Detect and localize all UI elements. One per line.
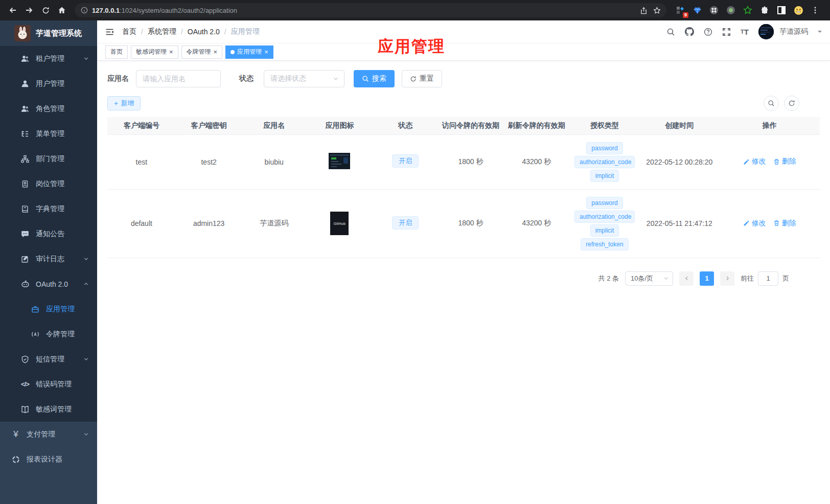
github-icon[interactable] (685, 27, 694, 36)
tab-close-icon[interactable]: × (264, 49, 268, 55)
header-search-icon[interactable] (666, 28, 675, 36)
sidebar-item-sensitive-word[interactable]: 敏感词管理 (0, 397, 97, 422)
add-button[interactable]: + 新增 (107, 96, 141, 110)
tab-label: 令牌管理 (187, 48, 211, 56)
browser-home-button[interactable] (54, 3, 70, 18)
dark-mode-extension-icon[interactable] (776, 5, 787, 16)
tab-close-icon[interactable]: × (169, 49, 173, 55)
status-tag[interactable]: 开启 (392, 154, 419, 168)
reset-button[interactable]: 重置 (402, 70, 442, 87)
sidebar-item-pay[interactable]: ¥ 支付管理 (0, 422, 97, 447)
sidebar-item-oauth-application[interactable]: 应用管理 (0, 296, 97, 322)
browser-reload-button[interactable] (38, 3, 53, 18)
robot-icon (20, 280, 30, 288)
sidebar-item-role[interactable]: 角色管理 (0, 96, 97, 121)
cell-grant-types: password authorization_code implicit (570, 134, 640, 189)
logo[interactable]: 芋道管理系统 (0, 20, 97, 46)
user-avatar[interactable] (758, 24, 774, 39)
page-number-button[interactable]: 1 (700, 271, 714, 286)
app-icon-thumbnail (329, 153, 350, 169)
sidebar-item-label: 报表设计器 (27, 455, 62, 464)
delete-button[interactable]: 删除 (773, 157, 796, 166)
search-icon (362, 75, 369, 82)
sidebar-fold-icon[interactable] (105, 28, 114, 36)
toggle-search-button[interactable] (764, 96, 779, 111)
app-name-input[interactable] (136, 70, 221, 87)
font-size-icon[interactable]: TT (741, 28, 749, 36)
gem-extension-icon[interactable] (691, 5, 703, 16)
chevron-down-icon (663, 276, 669, 281)
grant-type-tag: implicit (590, 170, 619, 182)
tab-sensitive-word[interactable]: 敏感词管理 × (131, 45, 178, 59)
tab-home[interactable]: 首页 (105, 45, 128, 59)
sidebar-menu: 租户管理 用户管理 角色管理 菜单管理 部门管理 岗位管理 (0, 46, 97, 504)
col-client-id: 客户端编号 (107, 117, 176, 134)
prev-page-button[interactable] (679, 271, 694, 286)
sidebar-item-dict[interactable]: 字典管理 (0, 196, 97, 221)
sidebar-item-label: 错误码管理 (36, 380, 72, 389)
username[interactable]: 芋道源码 (779, 27, 808, 36)
address-bar[interactable]: 127.0.0.1:1024/system/oauth2/oauth2/appl… (75, 3, 666, 17)
chevron-up-icon (83, 281, 89, 287)
edit-label: 修改 (752, 157, 766, 166)
edit-button[interactable]: 修改 (743, 219, 766, 228)
sidebar-item-dept[interactable]: 部门管理 (0, 146, 97, 171)
tab-label: 应用管理 (237, 48, 262, 56)
sidebar-item-sms[interactable]: 短信管理 (0, 347, 97, 372)
tab-close-icon[interactable]: × (214, 49, 218, 55)
tab-application[interactable]: 应用管理 × (225, 45, 273, 59)
browser-back-button[interactable] (5, 3, 20, 18)
browser-menu-icon[interactable] (810, 5, 821, 16)
status-label: 状态 (239, 74, 253, 83)
browser-forward-button[interactable] (21, 3, 37, 18)
extensions-puzzle-icon[interactable] (759, 5, 770, 16)
breadcrumb-system[interactable]: 系统管理 (148, 27, 176, 36)
edit-button[interactable]: 修改 (743, 157, 766, 166)
breadcrumb-current: 应用管理 (231, 27, 260, 36)
adblock-extension-icon[interactable]: 9 (675, 5, 686, 16)
sidebar-item-label: 租户管理 (36, 54, 64, 63)
main-area: 首页 / 系统管理 / OAuth 2.0 / 应用管理 TT 芋道源码 (97, 20, 830, 504)
sidebar-item-oauth[interactable]: OAuth 2.0 (0, 271, 97, 296)
star-extension-icon[interactable] (742, 5, 753, 16)
command-extension-icon[interactable] (708, 5, 720, 16)
status-tag[interactable]: 开启 (392, 216, 419, 230)
sidebar-item-menu[interactable]: 菜单管理 (0, 121, 97, 146)
user-caret-down-icon[interactable] (818, 31, 822, 35)
sidebar-item-report-designer[interactable]: 报表设计器 (0, 447, 97, 472)
sidebar-item-label: 支付管理 (27, 430, 55, 439)
cell-created: 2022-05-12 00:28:20 (639, 134, 719, 189)
search-label: 搜索 (372, 74, 386, 83)
next-page-button[interactable] (720, 271, 734, 286)
tab-token[interactable]: 令牌管理 × (181, 45, 223, 59)
share-icon[interactable] (637, 4, 650, 17)
sidebar-item-tenant[interactable]: 租户管理 (0, 46, 97, 71)
app-icon-thumbnail: GitHub (330, 212, 349, 235)
applications-table: 客户端编号 客户端密钥 应用名 应用图标 状态 访问令牌的有效期 刷新令牌的有效… (107, 117, 820, 258)
search-button[interactable]: 搜索 (354, 70, 395, 87)
page-size-select[interactable]: 10条/页 (625, 271, 673, 286)
record-extension-icon[interactable] (725, 5, 736, 16)
delete-button[interactable]: 删除 (773, 219, 796, 228)
bookmark-star-icon[interactable] (650, 4, 663, 17)
sidebar-item-oauth-token[interactable]: 令牌管理 (0, 322, 97, 347)
status-select[interactable]: 请选择状态 (264, 70, 344, 87)
breadcrumb-oauth[interactable]: OAuth 2.0 (188, 28, 220, 36)
sidebar-item-post[interactable]: 岗位管理 (0, 171, 97, 196)
site-info-icon[interactable] (81, 7, 88, 14)
sidebar-item-errcode[interactable]: </> 错误码管理 (0, 372, 97, 397)
broadcast-icon (31, 330, 40, 338)
fullscreen-icon[interactable] (722, 28, 731, 36)
refresh-table-button[interactable] (784, 96, 799, 111)
chevron-down-icon (333, 76, 339, 82)
help-icon[interactable] (704, 28, 712, 36)
goto-page-input[interactable] (758, 271, 778, 286)
sidebar-item-audit-log[interactable]: 审计日志 (0, 246, 97, 271)
sidebar-item-label: 岗位管理 (36, 179, 64, 189)
breadcrumb-home[interactable]: 首页 (122, 27, 136, 36)
sidebar-item-notice[interactable]: 通知公告 (0, 221, 97, 246)
logo-rabbit-image (14, 25, 31, 41)
sidebar-item-user[interactable]: 用户管理 (0, 71, 97, 96)
emoji-extension-icon[interactable] (793, 5, 804, 16)
grant-type-tag: password (586, 197, 622, 209)
